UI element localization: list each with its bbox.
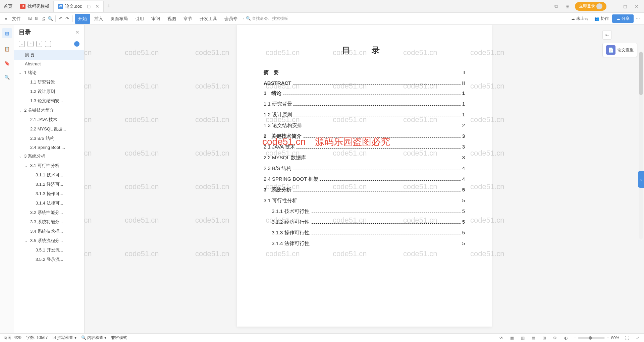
ribbon-tab-reference[interactable]: 引用 [132,14,147,24]
ribbon-tab-chapter[interactable]: 章节 [180,14,196,24]
outline-expand-icon[interactable]: ⌃ [28,41,34,47]
outline-item[interactable]: 1.1 研究背景 [14,77,84,87]
view-outline-icon[interactable]: ▤ [531,335,537,341]
view-web-icon[interactable]: ▥ [520,335,526,341]
layout-icon[interactable]: ⧉ [552,2,560,10]
toc-entry[interactable]: 1.1 研究背景1 [264,101,465,107]
outline-item[interactable]: 3.1.1 技术可... [14,170,84,180]
toc-entry[interactable]: 3.1.3 操作可行性5 [264,229,465,236]
toc-entry[interactable]: 摘 要I [264,69,465,76]
ribbon-overflow-icon[interactable]: ⋯ [634,15,641,22]
toc-entry[interactable]: 2.3 B/S 结构4 [264,165,465,172]
zoom-slider[interactable] [578,337,605,339]
view-read-icon[interactable]: 👁 [498,335,504,341]
share-button[interactable]: ☁ 分享 [612,14,634,23]
menu-button[interactable]: ≡ [3,15,9,22]
outline-remove-icon[interactable]: − [45,41,51,47]
toc-entry[interactable]: 1 绪论1 [264,90,465,97]
view-normal-icon[interactable]: ▦ [509,335,515,341]
zoom-in-icon[interactable]: + [607,336,609,340]
outline-item[interactable]: 3.1.3 操作可... [14,189,84,198]
save-as-icon[interactable]: 🗎 [34,16,40,22]
chevron-down-icon[interactable]: ⌄ [19,155,23,158]
outline-item[interactable]: 2.2 MYSQL 数据... [14,124,84,134]
mode-icon[interactable]: ◐ [563,335,569,341]
outline-item[interactable]: 摘 要 [14,50,84,60]
toc-entry[interactable]: 3.1.2 经济可行性5 [264,219,465,225]
scrollbar-thumb[interactable] [639,52,643,95]
ribbon-tab-view[interactable]: 视图 [164,14,179,24]
close-icon[interactable]: ✕ [633,2,641,10]
cloud-status[interactable]: ☁ 未上云 [568,16,591,21]
chevron-down-icon[interactable]: ⌄ [19,109,23,112]
minimize-icon[interactable]: — [610,2,618,10]
save-icon[interactable]: 🖫 [27,16,33,22]
zoom-out-icon[interactable]: − [574,336,576,340]
redo-icon[interactable]: ↷ [64,16,70,22]
zoom-control[interactable]: − + 80% [574,336,619,340]
print-preview-icon[interactable]: 🔍 [47,16,53,22]
file-menu[interactable]: 文件 [10,14,23,23]
outline-item[interactable]: 2.4 Spring Boot ... [14,143,84,152]
undo-icon[interactable]: ↶ [58,16,64,22]
toc-entry[interactable]: 2.2 MYSQL 数据库3 [264,154,465,161]
status-words[interactable]: 字数: 10567 [26,335,48,341]
outline-item[interactable]: 3.1.4 法律可... [14,198,84,208]
outline-close-icon[interactable]: ✕ [75,30,79,35]
status-spell[interactable]: ☑ 拼写检查 ▾ [52,335,76,341]
outline-item[interactable]: 2.3 B/S 结构 [14,134,84,143]
status-content[interactable]: 🔍 内容检查 ▾ [81,335,107,341]
document-area[interactable]: 目 录 摘 要IABSTRACTII1 绪论11.1 研究背景11.2 设计原则… [85,25,644,333]
chevron-down-icon[interactable]: ⌄ [19,71,23,75]
collab-button[interactable]: 👥 协作 [592,16,611,21]
view-print-icon[interactable]: ⊞ [541,335,547,341]
tab-template[interactable]: D 找稻壳模板 [16,1,54,12]
edge-tab[interactable]: ‹ [638,171,644,188]
login-button[interactable]: 立即登录 [575,2,606,11]
outline-item[interactable]: 1.2 设计原则 [14,87,84,96]
ribbon-tab-insert[interactable]: 插入 [91,14,106,24]
chevron-down-icon[interactable]: ⌄ [25,164,29,168]
toc-entry[interactable]: 3 系统分析5 [264,186,465,193]
outline-icon[interactable]: ▤ [2,28,12,38]
tab-document[interactable]: W 论文.doc ▢ ✕ [54,1,104,12]
outline-item[interactable]: 3.3 系统功能分... [14,217,84,227]
toc-entry[interactable]: 3.1.4 法律可行性5 [264,240,465,247]
bookmark-icon[interactable]: 🔖 [4,60,10,66]
outline-settings-icon[interactable] [74,41,79,47]
outline-item[interactable]: 2.1 JAVA 技术 [14,115,84,124]
outline-item[interactable]: ⌄3 系统分析 [14,152,84,161]
tab-maximize-icon[interactable]: ▢ [87,4,91,9]
fit-icon[interactable]: ⛶ [624,335,630,341]
outline-add-icon[interactable]: + [36,41,42,47]
status-compat[interactable]: 兼容模式 [111,335,127,341]
tab-close-icon[interactable]: ✕ [95,4,99,9]
outline-item[interactable]: ⌄2 关键技术简介 [14,106,84,115]
outline-item[interactable]: Abstract [14,60,84,68]
toc-entry[interactable]: 3.1 可行性分析5 [264,197,465,204]
outline-item[interactable]: 3.5.1 开发流... [14,245,84,255]
ribbon-tab-layout[interactable]: 页面布局 [107,14,131,24]
outline-item[interactable]: 3.2 系统性能分... [14,208,84,217]
chevron-down-icon[interactable]: ⌄ [25,239,29,243]
ribbon-tab-dev[interactable]: 开发工具 [196,14,220,24]
ribbon-tab-review[interactable]: 审阅 [148,14,163,24]
ribbon-more-icon[interactable]: › [241,17,245,20]
outline-collapse-icon[interactable]: ⌄ [19,41,25,47]
outline-item[interactable]: 3.4 系统技术框... [14,227,84,236]
new-tab-button[interactable]: + [104,3,114,10]
toc-entry[interactable]: 1.3 论文结构安排2 [264,122,465,129]
apps-icon[interactable]: ⊞ [564,2,572,10]
zoom-value[interactable]: 80% [611,336,619,340]
ribbon-tab-start[interactable]: 开始 [75,14,90,24]
fullscreen-icon[interactable]: ⤢ [635,335,641,341]
restore-icon[interactable]: ◻ [621,2,629,10]
clipboard-icon[interactable]: 📋 [4,46,10,52]
toc-entry[interactable]: 1.2 设计原则1 [264,111,465,118]
panel-collapse-icon[interactable]: ⇤ [602,30,612,40]
ribbon-search-input[interactable]: 🔍 查找命令、搜索模板 [246,16,288,21]
settings-icon[interactable]: ⚙ [552,335,558,341]
tab-home[interactable]: 首页 [0,0,16,13]
status-page[interactable]: 页面: 4/29 [3,335,21,341]
toc-entry[interactable]: 2 关键技术简介3 [264,133,465,139]
